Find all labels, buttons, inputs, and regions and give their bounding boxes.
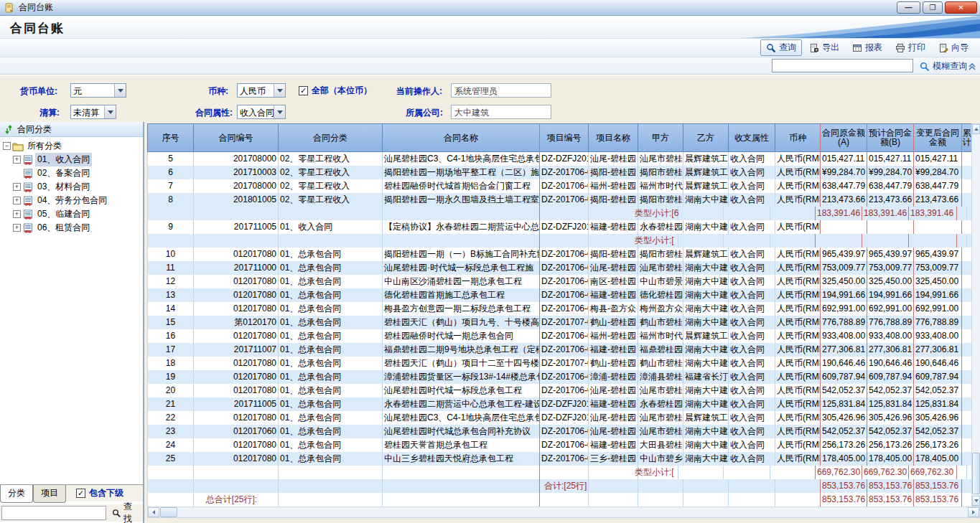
table-row[interactable]: 1120171100001、总承包合同汕尾碧桂园·时代城一标段总承包工程施DZ-… (147, 261, 972, 275)
collapse-chevron-icon[interactable] (967, 61, 977, 71)
fuzzy-search-input[interactable] (772, 59, 913, 72)
column-header-name[interactable]: 合同名称 (383, 123, 540, 152)
dropdown-arrow-icon[interactable] (274, 105, 285, 118)
column-header-party_b[interactable]: 乙方 (683, 123, 729, 152)
column-header-amt_sum[interactable]: 累计 (962, 123, 972, 152)
tab-category[interactable]: 分类 (0, 485, 33, 503)
all-base-currency-checkbox[interactable]: ✓ 全部（本位币） (299, 85, 372, 97)
sidebar-item-3[interactable]: +03、材料合同 (0, 180, 143, 194)
report-button[interactable]: 报表 (846, 39, 888, 56)
table-row[interactable]: 1801201708001、总承包合同碧桂园天汇（鹤山）项目十二至十四号楼DZ-… (147, 357, 972, 370)
expand-box-icon[interactable]: + (13, 183, 21, 191)
cell-amt_sum (962, 248, 972, 261)
fuzzy-query-button[interactable]: 模糊查询 (920, 60, 967, 72)
table-row[interactable]: 2201201708001、总承包合同汕尾碧桂园C3、C4-1地块高层住宅总承包… (147, 411, 972, 425)
dropdown-arrow-icon[interactable] (104, 105, 116, 118)
cell-amt_b: 542,052.37 (867, 425, 914, 438)
cell-amt_a (816, 234, 862, 248)
tree-root-all-categories[interactable]: −所有分类 (0, 139, 143, 153)
scroll-up-arrow[interactable] (972, 124, 980, 134)
expand-box-icon[interactable]: + (13, 224, 21, 232)
currency-unit-select[interactable]: 元 (70, 83, 126, 98)
cell-amt_a: 638,447.79 (821, 179, 867, 193)
cell-party_a: 大田县碧桂 (638, 438, 683, 452)
column-header-pname[interactable]: 项目名称 (589, 123, 638, 152)
table-row[interactable]: 1401201708001、总承包合同梅县盈方创意园一期二标段总承包工程DZ-2… (147, 302, 972, 316)
horizontal-scrollbar[interactable] (147, 506, 980, 518)
table-row[interactable]: 1001201708001、总承包合同揭阳碧桂园一期（一）B标施工合同补充协DZ… (147, 248, 972, 261)
scroll-left-arrow[interactable] (148, 507, 159, 517)
settle-select[interactable]: 未清算 (70, 105, 116, 119)
table-row[interactable]: 15第012017001、总承包合同碧桂园天汇（鹤山）项目九号、十号楼高DZ-2… (147, 316, 972, 329)
tree-find-button[interactable]: 查找 (109, 499, 143, 523)
checkbox-icon[interactable]: ✓ (299, 86, 308, 95)
column-header-seq[interactable]: 序号 (147, 123, 194, 152)
cell-cls: 01、总承包合同 (279, 302, 383, 316)
vertical-scrollbar[interactable] (971, 123, 980, 506)
column-header-amt_b[interactable]: 预计合同金额(B) (867, 123, 914, 152)
cell-party_b: 湖南大中建 (683, 384, 729, 397)
sidebar-item-6[interactable]: +06、租赁合同 (0, 221, 143, 235)
dropdown-arrow-icon[interactable] (274, 84, 285, 97)
query-button[interactable]: 查询 (760, 39, 802, 56)
column-header-attr[interactable]: 收支属性 (729, 123, 775, 152)
table-row[interactable]: 1201201708001、总承包合同中山南区沙涌碧桂园一期总承包工程DZ-20… (147, 275, 972, 288)
dropdown-arrow-icon[interactable] (114, 84, 126, 97)
cell-amt_c: 753,009.77 (914, 261, 962, 275)
table-row[interactable]: 1301201708001、总承包合同德化碧桂园首期施工总承包工程DZ-2017… (147, 288, 972, 302)
expand-box-icon[interactable]: + (13, 210, 21, 218)
sidebar-item-1[interactable]: +01、收入合同 (0, 153, 143, 166)
refresh-icon[interactable] (4, 125, 13, 134)
include-sub-checkbox[interactable]: ✓ 包含下级 (76, 487, 123, 499)
table-row[interactable]: 620171000302、零星工程收入揭阳碧桂园一期场地平整工程（二区）施DZ-… (147, 166, 972, 179)
table-row[interactable]: 820180100502、零星工程收入揭阳碧桂园一期永久围墙及挡土墙工程室DZ-… (147, 193, 972, 207)
tab-project[interactable]: 项目 (33, 485, 66, 503)
table-row[interactable]: 1601201708001、总承包合同碧桂园融侨时代城一期总承包合同DZ-201… (147, 329, 972, 343)
column-header-amt_c[interactable]: 变更后合同金额 (914, 123, 962, 152)
table-row[interactable]: 920171100501、收入合同【定稿协议】永春碧桂园二期营运中心总DZ-DZ… (147, 220, 972, 234)
cell-attr: 收入合同 (729, 357, 775, 370)
column-header-currency[interactable]: 币种 (775, 123, 821, 152)
scroll-down-arrow[interactable] (972, 496, 980, 506)
print-button[interactable]: 打印 (890, 39, 931, 56)
table-row[interactable]: 1901201708001、总承包合同漳浦碧桂园货量区一标段13#-14#楼总承… (147, 370, 972, 384)
column-header-party_a[interactable]: 甲方 (638, 123, 683, 152)
vertical-scroll-thumb[interactable] (972, 453, 980, 494)
cell-attr (724, 207, 770, 220)
cell-party_b (683, 479, 729, 493)
cell-currency: 人民币(RMB (775, 329, 821, 343)
sidebar-item-2[interactable]: 02、备案合同 (0, 166, 143, 180)
cell-amt_sum (962, 152, 972, 166)
table-row[interactable]: 2001201708001、总承包合同汕尾碧桂园时代城一标段总承包工程DZ-20… (147, 384, 972, 397)
table-row[interactable]: 2301201706001、总承包合同汕尾碧桂园时代城总承包合同补充协议DZ-2… (147, 425, 972, 438)
expand-box-icon[interactable]: + (13, 197, 21, 204)
checkbox-icon[interactable]: ✓ (76, 489, 85, 498)
collapse-box-icon[interactable]: − (3, 142, 11, 150)
cell-pname (589, 234, 638, 248)
table-row[interactable]: 720170800002、零星工程收入碧桂园融侨时代城首期铝合金门窗工程DZ-2… (147, 179, 972, 193)
column-header-cls[interactable]: 合同分类 (279, 123, 383, 152)
cell-attr (724, 234, 770, 248)
column-header-pno[interactable]: 项目编号 (540, 123, 589, 152)
sidebar-item-5[interactable]: +05、临建合同 (0, 207, 143, 221)
sidebar-item-4[interactable]: +04、劳务分包合同 (0, 194, 143, 207)
expand-box-icon[interactable]: + (13, 156, 21, 164)
column-header-no[interactable]: 合同编号 (194, 123, 279, 152)
horizontal-scroll-thumb[interactable] (160, 507, 177, 517)
table-row[interactable]: 1720171100701、总承包合同福鼎碧桂园二期9号地块总承包工程（定稿DZ… (147, 343, 972, 357)
restore-button[interactable]: ❐ (923, 1, 943, 14)
currency-select[interactable]: 人民币 (237, 83, 286, 98)
column-header-amt_a[interactable]: 合同原金额(A) (821, 123, 867, 152)
tree-find-input[interactable] (1, 506, 106, 520)
scroll-right-arrow[interactable] (968, 507, 979, 517)
minimize-button[interactable]: — (897, 1, 920, 14)
wizard-button[interactable]: 向导 (933, 39, 974, 56)
contract-attr-select[interactable]: 收入合同 (237, 105, 286, 119)
close-button[interactable]: ✕ (945, 1, 977, 14)
table-row[interactable]: 520170800002、零星工程收入汕尾碧桂园C3、C4-1地块高层住宅总承包… (147, 152, 972, 166)
table-row[interactable]: 2501201708001、总承包合同中山三乡碧桂园天悦府总承包工程DZ-201… (147, 452, 972, 466)
cell-name: 揭阳碧桂园一期场地平整工程（二区）施 (383, 166, 540, 179)
table-row[interactable]: 2120171100501、总承包合同永春碧桂园二期营运中心总承包工程-建设DZ… (147, 397, 972, 411)
export-button[interactable]: 导出 (803, 39, 845, 56)
table-row[interactable]: 2401201708001、总承包合同碧桂园天誉首期总承包工程DZ-201706… (147, 438, 972, 452)
